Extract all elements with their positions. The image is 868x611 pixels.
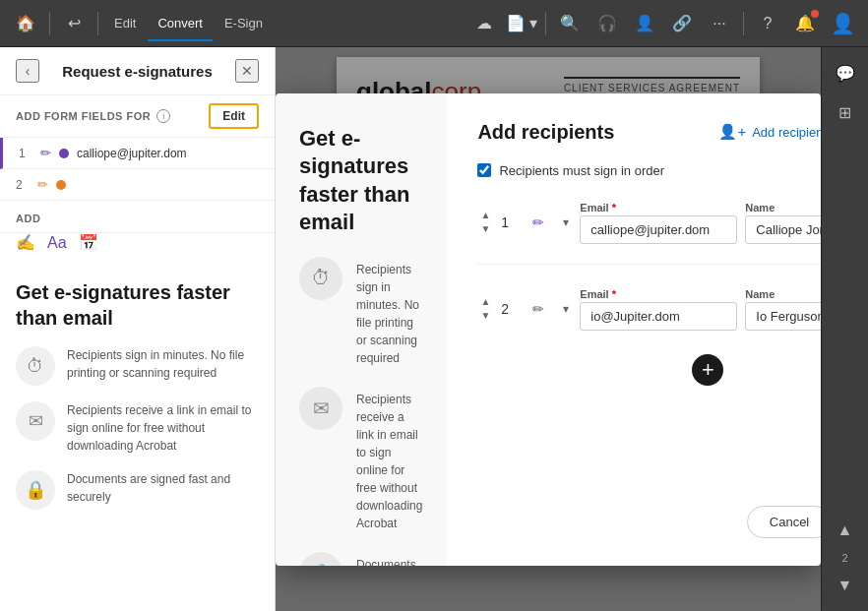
comment-button[interactable]: 💬	[828, 55, 863, 91]
order-controls-1: ▲ ▼	[477, 210, 493, 235]
pen-btn-2[interactable]: ✏	[525, 295, 552, 323]
sign-order-row: Recipients must sign in order 2 recipien…	[477, 159, 821, 182]
more-button[interactable]: ···	[702, 6, 737, 41]
order-up-1[interactable]: ▲	[477, 210, 493, 221]
email-group-1: Email *	[580, 202, 737, 244]
recipient-entry-1: ▲ ▼ 1 ✏ ▾ Email *	[477, 202, 821, 244]
add-fields-label: ADD FORM FIELDS FOR	[16, 110, 151, 122]
left-panel-title: Request e-signatures	[62, 63, 213, 80]
help-button[interactable]: ?	[750, 6, 785, 41]
promo-icon-1: ⏱	[16, 346, 55, 386]
modal-promo-icon-1: ⏱	[299, 257, 342, 300]
email-label-2: Email *	[580, 288, 737, 300]
promo-text-2: Recipients receive a link in email to si…	[67, 401, 259, 455]
edit-menu[interactable]: Edit	[104, 6, 146, 41]
modal-overlay: Get e-signatures faster than email ⏱ Rec…	[276, 47, 821, 611]
home-button[interactable]: 🏠	[8, 6, 43, 41]
cancel-button[interactable]: Cancel	[747, 506, 821, 538]
headset-button[interactable]: 🎧	[589, 6, 625, 41]
left-panel: ‹ Request e-signatures ✕ ADD FORM FIELDS…	[0, 47, 276, 611]
left-panel-header: ‹ Request e-signatures ✕	[0, 47, 275, 95]
modal-promo-icon-2: ✉	[299, 387, 342, 430]
file-button[interactable]: 📄 ▾	[504, 6, 539, 41]
work-area: globalcorp CLIENT SERVICES AGREEMENT Cli…	[276, 47, 821, 611]
modal-promo-text-1: Recipients sign in minutes. No file prin…	[356, 257, 422, 367]
name-group-2: Name	[745, 288, 821, 331]
email-input-1[interactable]	[580, 215, 737, 244]
recipient-num-2: 2	[16, 178, 30, 192]
user-button[interactable]: 👤	[627, 6, 662, 41]
main-layout: ‹ Request e-signatures ✕ ADD FORM FIELDS…	[0, 47, 868, 611]
promo-item-2: ✉ Recipients receive a link in email to …	[16, 401, 259, 455]
recipient-divider	[477, 264, 821, 265]
right-toolbar: 💬 ⊞ ▲ 2 ▼	[821, 47, 868, 611]
name-group-1: Name	[745, 202, 821, 244]
link-button[interactable]: 🔗	[664, 6, 700, 41]
name-input-2[interactable]	[745, 302, 821, 331]
toolbar-separator-4	[743, 12, 744, 35]
back-button[interactable]: ↩	[56, 6, 92, 41]
recipient-row-2[interactable]: 2 ✏	[0, 169, 275, 201]
recipient-row-1[interactable]: 1 ✏ calliope@jupiter.dom	[0, 138, 275, 169]
recipient-num-1: 1	[19, 147, 32, 160]
promo-text-1: Recipients sign in minutes. No file prin…	[67, 346, 259, 382]
promo-icon-3: 🔒	[16, 470, 55, 510]
modal-promo-item-3: 🔒 Documents are signed fast and securely	[299, 552, 422, 566]
name-label-1: Name	[745, 202, 821, 214]
scroll-down-button[interactable]: ▼	[828, 568, 863, 603]
modal-footer: Cancel Continue	[477, 498, 821, 538]
info-icon[interactable]: i	[156, 109, 170, 123]
name-input-1[interactable]	[745, 215, 821, 244]
promo-icon-2: ✉	[16, 401, 55, 441]
sign-order-checkbox[interactable]	[477, 163, 491, 177]
toolbar-separator-3	[545, 12, 546, 35]
modal-promo-text-2: Recipients receive a link in email to si…	[356, 387, 422, 532]
recipient-entry-2: ▲ ▼ 2 ✏ ▾ Email *	[477, 288, 821, 331]
esign-menu[interactable]: E-Sign	[215, 6, 273, 41]
scroll-up-button[interactable]: ▲	[828, 513, 863, 548]
order-down-2[interactable]: ▼	[477, 310, 493, 322]
pen-icon-1: ✏	[40, 146, 51, 160]
add-recipient-button[interactable]: 👤+ Add recipient	[718, 123, 821, 141]
sign-order-label[interactable]: Recipients must sign in order	[499, 163, 664, 178]
close-panel-button[interactable]: ✕	[235, 59, 259, 83]
convert-menu[interactable]: Convert	[148, 6, 213, 41]
name-label-2: Name	[745, 288, 821, 300]
email-group-2: Email *	[580, 288, 737, 331]
expand-btn-2[interactable]: ▾	[560, 302, 572, 316]
add-others-label: ADD	[16, 213, 40, 224]
edit-button[interactable]: Edit	[209, 103, 259, 129]
bell-badge-wrapper: 🔔	[787, 6, 823, 41]
modal-promo-text-3: Documents are signed fast and securely	[356, 552, 422, 566]
signature-field-icon[interactable]: ✍	[16, 233, 35, 252]
avatar-button[interactable]: 👤	[825, 6, 860, 41]
pen-btn-1[interactable]: ✏	[525, 209, 552, 236]
initials-field-icon[interactable]: Aa	[47, 234, 67, 252]
back-panel-button[interactable]: ‹	[16, 59, 39, 83]
add-person-icon: 👤+	[718, 123, 746, 141]
search-button[interactable]: 🔍	[552, 6, 588, 41]
recipient-email-1: calliope@jupiter.dom	[77, 147, 187, 160]
recipient-color-2	[56, 180, 66, 190]
add-recipient-label: Add recipient	[752, 125, 821, 140]
add-more-button[interactable]: +	[692, 354, 723, 386]
modal-promo-item-2: ✉ Recipients receive a link in email to …	[299, 387, 422, 532]
order-down-1[interactable]: ▼	[477, 223, 493, 235]
email-label-1: Email *	[580, 202, 737, 214]
email-input-2[interactable]	[580, 302, 737, 331]
cloud-button[interactable]: ☁	[466, 6, 502, 41]
order-up-2[interactable]: ▲	[477, 296, 493, 308]
modal-header-actions: 👤+ Add recipient 👤 Add yourself	[718, 123, 821, 141]
modal-promo-panel: Get e-signatures faster than email ⏱ Rec…	[276, 93, 446, 566]
pen-icon-2: ✏	[37, 177, 48, 192]
date-field-icon[interactable]: 📅	[79, 233, 98, 252]
modal-promo-item-1: ⏱ Recipients sign in minutes. No file pr…	[299, 257, 422, 367]
required-star-1: *	[612, 202, 616, 214]
modal-wrapper: Get e-signatures faster than email ⏱ Rec…	[276, 93, 821, 566]
expand-btn-1[interactable]: ▾	[560, 215, 572, 229]
recipient-num-modal-2: 2	[501, 301, 517, 317]
modal-main-panel: Add recipients 👤+ Add recipient 👤 Add yo…	[446, 93, 821, 566]
promo-item-3: 🔒 Documents are signed fast and securely	[16, 470, 259, 510]
grid-button[interactable]: ⊞	[828, 94, 863, 130]
recipient-num-modal-1: 1	[501, 214, 517, 230]
